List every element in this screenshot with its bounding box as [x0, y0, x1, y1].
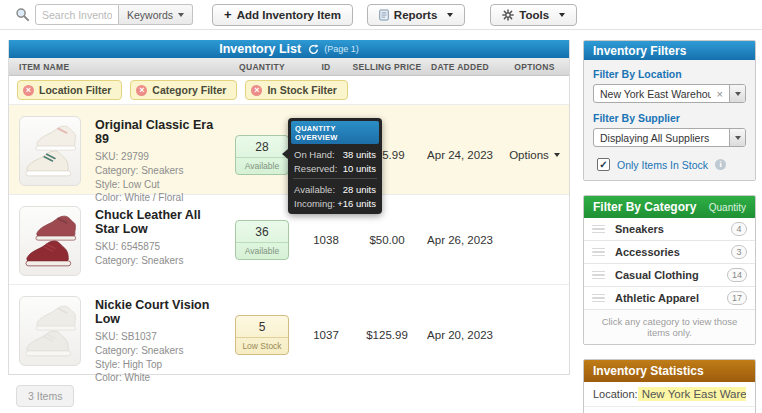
tooltip-value: 28 units	[343, 184, 376, 195]
product-image	[19, 116, 81, 186]
column-header: QUANTITY	[224, 62, 300, 72]
inventory-filters-panel: Inventory Filters Filter By Location New…	[583, 40, 756, 181]
chevron-down-icon	[178, 13, 184, 17]
item-detail: Category: Sneakers	[95, 254, 224, 268]
chevron-down-icon	[559, 13, 565, 17]
clear-location-icon[interactable]: ×	[711, 88, 729, 100]
filter-pill[interactable]: × Location Filter	[17, 80, 122, 100]
category-row[interactable]: Casual Clothing 14	[584, 264, 755, 287]
quantity-value: 36	[236, 221, 288, 242]
options-dropdown[interactable]: Options	[509, 149, 560, 161]
quantity-badge[interactable]: 5 Low Stock	[235, 315, 289, 355]
quantity-value: 5	[236, 316, 288, 337]
filter-pill-label: Location Filter	[39, 84, 111, 96]
item-detail: Category: Sneakers	[95, 344, 224, 358]
category-row[interactable]: Sneakers 4	[584, 218, 755, 241]
inventory-statistics-panel: Inventory Statistics Location: New York …	[583, 359, 756, 413]
tooltip-value: 38 units	[343, 149, 376, 160]
keywords-dropdown[interactable]: Keywords	[119, 4, 193, 25]
drag-handle-icon[interactable]	[592, 225, 605, 234]
quantity-status: Available	[236, 242, 288, 259]
tooltip-divider	[293, 178, 377, 179]
page-indicator: (Page 1)	[324, 44, 359, 54]
category-footer-note: Click any category to view those items o…	[584, 310, 755, 344]
tooltip-label: On Hand:	[294, 149, 335, 160]
category-row[interactable]: Athletic Apparel 17	[584, 287, 755, 310]
chevron-down-icon[interactable]	[729, 129, 745, 146]
category-count-badge: 3	[731, 245, 747, 259]
category-row[interactable]: Accessories 3	[584, 241, 755, 264]
tooltip-row: Reserved: 10 units	[291, 161, 379, 175]
tools-dropdown-button[interactable]: Tools	[490, 4, 577, 26]
top-toolbar: Keywords + Add Inventory Item Reports To…	[0, 0, 762, 30]
sneakers-photo	[23, 302, 77, 360]
filter-by-supplier-label: Filter By Supplier	[593, 112, 746, 124]
drag-handle-icon[interactable]	[592, 294, 605, 303]
date-added: Apr 24, 2023	[422, 149, 498, 161]
item-detail: Category: Sneakers	[95, 164, 224, 178]
category-label: Athletic Apparel	[615, 292, 727, 304]
filter-pill-label: Category Filter	[152, 84, 226, 96]
statistic-row: Purchased Value: $30,112.30	[584, 407, 755, 413]
only-in-stock-checkbox[interactable]: ✓	[597, 158, 610, 171]
filter-by-category-header: Filter By Category Quantity	[584, 196, 755, 218]
product-image	[19, 296, 81, 366]
remove-filter-icon[interactable]: ×	[251, 85, 262, 96]
chevron-down-icon[interactable]	[729, 85, 745, 102]
quantity-overview-tooltip: QUANTITY OVERVIEW On Hand: 38 units Rese…	[288, 118, 382, 214]
only-in-stock-label: Only Items In Stock	[617, 159, 708, 171]
product-image	[19, 206, 81, 276]
tooltip-value: +16 units	[337, 198, 376, 209]
item-name: Original Classic Era 89	[95, 118, 224, 146]
report-document-icon	[379, 9, 389, 21]
quantity-badge[interactable]: 28 Available	[235, 135, 289, 175]
inventory-row[interactable]: Nickie Court Vision Low SKU: SB1037Categ…	[9, 284, 569, 374]
add-inventory-item-button[interactable]: + Add Inventory Item	[212, 4, 353, 26]
category-count-badge: 14	[727, 268, 747, 282]
search-input[interactable]	[35, 4, 119, 25]
selling-price: $125.99	[352, 329, 422, 341]
item-detail: Style: High Top	[95, 358, 224, 372]
inventory-statistics-header: Inventory Statistics	[584, 360, 755, 382]
category-count-badge: 17	[727, 291, 747, 305]
column-header: DATE ADDED	[422, 62, 498, 72]
items-count-badge: 3 Items	[16, 385, 74, 407]
remove-filter-icon[interactable]: ×	[136, 85, 147, 96]
item-name: Chuck Leather All Star Low	[95, 208, 224, 236]
filter-pill[interactable]: × In Stock Filter	[245, 80, 347, 100]
remove-filter-icon[interactable]: ×	[23, 85, 34, 96]
tooltip-label: Incoming:	[294, 198, 335, 209]
date-added: Apr 26, 2023	[422, 234, 498, 246]
item-id: 1038	[300, 234, 352, 246]
chevron-down-icon	[554, 153, 560, 157]
info-icon: i	[715, 159, 726, 170]
drag-handle-icon[interactable]	[592, 248, 605, 257]
active-filters: × Location Filter × Category Filter × In…	[9, 76, 569, 104]
tooltip-row: Available: 28 units	[291, 182, 379, 196]
statistic-row: Location: New York East Wareh...	[584, 382, 755, 407]
supplier-select[interactable]: Displaying All Suppliers	[593, 128, 746, 147]
column-header: ID	[300, 62, 352, 72]
quantity-badge[interactable]: 36 Available	[235, 220, 289, 260]
item-detail: SKU: SB1037	[95, 330, 224, 344]
filter-by-location-label: Filter By Location	[593, 68, 746, 80]
tooltip-row: On Hand: 38 units	[291, 147, 379, 161]
reports-dropdown-button[interactable]: Reports	[367, 4, 465, 26]
location-select[interactable]: New York East Warehouse ×	[593, 84, 746, 103]
table-column-headers: ITEM NAMEQUANTITYIDSELLING PRICEDATE ADD…	[9, 58, 569, 76]
category-label: Sneakers	[615, 223, 731, 235]
chevron-down-icon	[447, 13, 453, 17]
item-detail: SKU: 29799	[95, 150, 224, 164]
tooltip-row: Incoming: +16 units	[291, 196, 379, 210]
item-detail: SKU: 6545875	[95, 240, 224, 254]
refresh-icon[interactable]	[308, 44, 319, 55]
item-detail: Color: White	[95, 371, 224, 385]
item-detail: Style: Low Cut	[95, 178, 224, 192]
filter-pill[interactable]: × Category Filter	[130, 80, 237, 100]
item-id: 1037	[300, 329, 352, 341]
drag-handle-icon[interactable]	[592, 271, 605, 280]
filter-by-category-panel: Filter By Category Quantity Sneakers 4 A…	[583, 195, 756, 345]
quantity-value: 28	[236, 136, 288, 157]
item-name: Nickie Court Vision Low	[95, 298, 224, 326]
inventory-filters-header: Inventory Filters	[584, 41, 755, 60]
